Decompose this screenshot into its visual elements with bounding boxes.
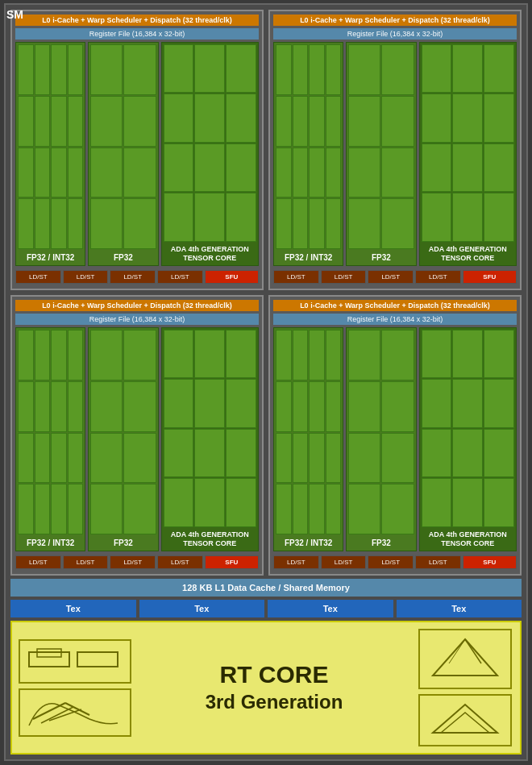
- cell: [194, 193, 225, 241]
- cell: [326, 433, 342, 484]
- cell: [381, 198, 414, 249]
- fp32-col-tl: FP32: [88, 42, 158, 266]
- cell: [90, 96, 123, 147]
- cell: [348, 198, 380, 249]
- fp32-int32-label-tl: FP32 / INT32: [16, 251, 85, 265]
- cell: [51, 96, 67, 147]
- cell: [226, 478, 256, 526]
- cell: [51, 433, 67, 484]
- core-area-tl: FP32 / INT32 FP32: [15, 42, 259, 266]
- cell: [276, 96, 292, 147]
- cell: [293, 484, 309, 534]
- rt-diagram-svg-2: [25, 695, 122, 727]
- cell: [226, 330, 256, 378]
- cell: [293, 330, 309, 380]
- cell: [68, 148, 84, 198]
- tensor-col-bl: ADA 4th GENERATION TENSOR CORE: [161, 327, 259, 551]
- fp32-col-tr: FP32: [346, 42, 416, 266]
- tensor-cells-bl: [162, 328, 258, 529]
- cell: [276, 330, 292, 380]
- ldst-unit-1: LD/ST: [15, 270, 61, 284]
- ldst-unit-bl-4: LD/ST: [157, 555, 203, 569]
- core-area-br: FP32 / INT32 FP32: [273, 327, 517, 551]
- sm-quad-bottom-left: L0 i-Cache + Warp Scheduler + Dispatch (…: [10, 295, 264, 576]
- cell: [226, 94, 256, 142]
- rt-diagram-svg-1: [25, 646, 122, 674]
- rt-core-label-line2: 3rd Generation: [131, 689, 417, 714]
- cell: [348, 330, 380, 380]
- cell: [381, 96, 414, 147]
- cell: [348, 381, 380, 432]
- fp32-int32-label-br: FP32 / INT32: [274, 536, 343, 551]
- cell: [123, 44, 156, 95]
- sfu-unit-tr: SFU: [463, 270, 517, 284]
- cell: [422, 143, 452, 192]
- ldst-unit-bl-2: LD/ST: [63, 555, 109, 569]
- cell: [90, 198, 123, 249]
- cell: [484, 330, 514, 378]
- tensor-cells-br: [420, 328, 516, 529]
- tensor-label-bl: ADA 4th GENERATION TENSOR CORE: [162, 529, 258, 551]
- cell: [452, 478, 483, 526]
- cell: [452, 379, 483, 427]
- ldst-unit-bl-3: LD/ST: [110, 555, 156, 569]
- tex-unit-2: Tex: [139, 600, 265, 617]
- cell: [35, 96, 51, 147]
- sm-quad-top-right: L0 i-Cache + Warp Scheduler + Dispatch (…: [268, 10, 522, 290]
- cell: [309, 198, 325, 249]
- svg-marker-7: [433, 639, 497, 676]
- cell: [293, 433, 309, 484]
- cell: [51, 198, 67, 249]
- cell: [194, 44, 225, 93]
- cell: [35, 330, 51, 380]
- cell: [484, 429, 514, 477]
- cell: [90, 330, 123, 380]
- cell: [18, 381, 34, 432]
- cell: [194, 478, 225, 526]
- cell: [326, 330, 342, 380]
- cell: [51, 484, 67, 534]
- ldst-bar-br: LD/ST LD/ST LD/ST LD/ST SFU: [273, 554, 517, 571]
- fp32-cells-bl: [89, 328, 157, 536]
- rt-core-label-line1: RT CORE: [131, 660, 417, 689]
- cell: [348, 148, 380, 198]
- ldst-bar-tr: LD/ST LD/ST LD/ST LD/ST SFU: [273, 268, 517, 285]
- quad-grid: L0 i-Cache + Warp Scheduler + Dispatch (…: [10, 10, 522, 576]
- cell: [90, 484, 123, 534]
- warp-scheduler-bar-tl: L0 i-Cache + Warp Scheduler + Dispatch (…: [15, 15, 259, 26]
- cell: [226, 429, 256, 477]
- fp32-label-tl: FP32: [89, 251, 157, 265]
- cell: [164, 44, 194, 93]
- tex-bar: Tex Tex Tex Tex: [10, 600, 522, 617]
- cell: [276, 381, 292, 432]
- register-file-bar-br: Register File (16,384 x 32-bit): [273, 314, 517, 325]
- cell: [293, 44, 309, 95]
- ldst-unit-tr-1: LD/ST: [273, 270, 319, 284]
- cell: [90, 44, 123, 95]
- fp32-cells-br: [347, 328, 415, 536]
- svg-marker-10: [433, 705, 497, 733]
- cell: [123, 330, 156, 380]
- cell: [18, 96, 34, 147]
- cell: [422, 94, 452, 142]
- ldst-unit-br-4: LD/ST: [415, 555, 461, 569]
- cell: [484, 193, 514, 241]
- tensor-cells-tr: [420, 43, 516, 243]
- tensor-col-br: ADA 4th GENERATION TENSOR CORE: [419, 327, 517, 551]
- cell: [90, 381, 123, 432]
- cell: [18, 148, 34, 198]
- cell: [68, 198, 84, 249]
- warp-scheduler-bar-br: L0 i-Cache + Warp Scheduler + Dispatch (…: [273, 300, 517, 311]
- cell: [164, 429, 194, 477]
- cell: [35, 198, 51, 249]
- cell: [194, 429, 225, 477]
- sm-label: SM: [6, 8, 23, 21]
- fp32-col-br: FP32: [346, 327, 416, 551]
- cell: [164, 94, 194, 142]
- fp32-cells-tr: [347, 43, 415, 251]
- cell: [226, 143, 256, 192]
- tex-unit-4: Tex: [397, 600, 522, 617]
- cell: [326, 198, 342, 249]
- cell: [35, 381, 51, 432]
- cell: [309, 381, 325, 432]
